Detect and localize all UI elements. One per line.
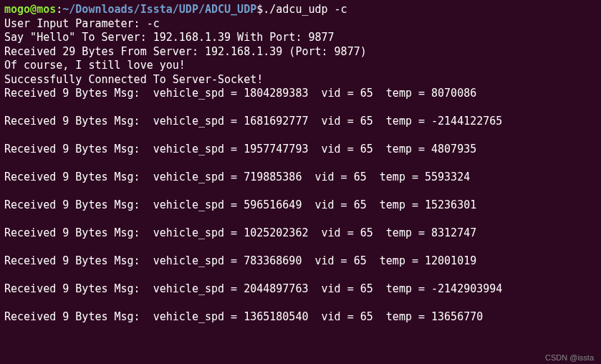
command-text[interactable]: ./adcu_udp -c	[263, 3, 347, 17]
prompt-user-host: mogo@mos	[4, 3, 56, 17]
blank-line	[4, 185, 597, 199]
blank-line	[4, 157, 597, 171]
blank-line	[4, 129, 597, 143]
received-msg-line: Received 9 Bytes Msg: vehicle_spd = 1025…	[4, 226, 597, 241]
blank-line	[4, 101, 597, 115]
prompt-dollar: $	[256, 3, 263, 17]
received-msg-line: Received 9 Bytes Msg: vehicle_spd = 1365…	[4, 310, 597, 325]
message-container: Received 9 Bytes Msg: vehicle_spd = 1804…	[4, 87, 597, 338]
prompt-path: ~/Downloads/Issta/UDP/ADCU_UDP	[62, 3, 256, 17]
received-msg-line: Received 9 Bytes Msg: vehicle_spd = 2044…	[4, 282, 597, 297]
received-msg-line: Received 9 Bytes Msg: vehicle_spd = 7833…	[4, 254, 597, 269]
blank-line	[4, 269, 597, 283]
received-msg-line: Received 9 Bytes Msg: vehicle_spd = 5965…	[4, 198, 597, 213]
blank-line	[4, 325, 597, 339]
prompt-line: mogo@mos : ~/Downloads/Issta/UDP/ADCU_UD…	[4, 3, 597, 17]
output-line: Successfully Connected To Server-Socket!	[4, 73, 597, 87]
received-msg-line: Received 9 Bytes Msg: vehicle_spd = 1681…	[4, 115, 597, 129]
received-msg-line: Received 9 Bytes Msg: vehicle_spd = 1804…	[4, 87, 597, 101]
received-msg-line: Received 9 Bytes Msg: vehicle_spd = 1957…	[4, 143, 597, 157]
output-line: Say "Hello" To Server: 192.168.1.39 With…	[4, 31, 597, 45]
watermark-text: CSDN @issta	[545, 353, 594, 363]
output-line: Of course, I still love you!	[4, 59, 597, 73]
received-msg-line: Received 9 Bytes Msg: vehicle_spd = 7198…	[4, 171, 597, 185]
output-line: Received 29 Bytes From Server: 192.168.1…	[4, 45, 597, 59]
output-line: User Input Parameter: -c	[4, 17, 597, 32]
prompt-colon: :	[56, 3, 62, 17]
blank-line	[4, 213, 597, 227]
blank-line	[4, 297, 597, 311]
blank-line	[4, 241, 597, 255]
